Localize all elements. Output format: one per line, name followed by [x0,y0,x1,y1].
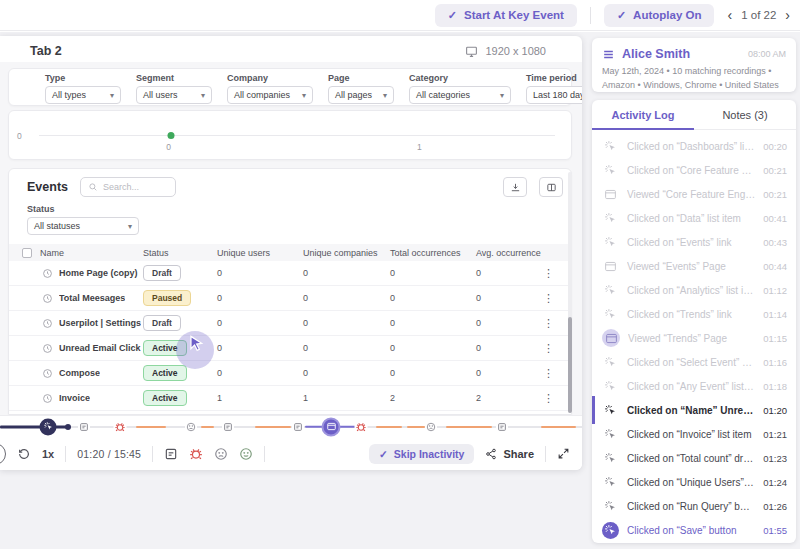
row-menu-icon[interactable]: ⋮ [541,267,556,279]
event-type-icon [42,393,53,404]
column-header: Total occurrences [390,248,476,258]
table-row[interactable]: Invoice Active 1 1 2 2 ⋮ [9,386,571,411]
activity-log-item[interactable]: Clicked on “Trends” link 01:14 [592,302,796,326]
activity-event-label: Clicked on “Select Event” dropdown [627,357,755,368]
table-row[interactable]: Unread Email Click Active 0 0 0 0 ⋮ [9,336,571,361]
activity-log-item[interactable]: Clicked on “Events” link 00:43 [592,230,796,254]
skip-inactivity-label: Skip Inactivity [394,448,465,460]
activity-log-item[interactable]: Clicked on “Select Event” dropdown 01:16 [592,350,796,374]
autoplay-toggle-button[interactable]: ✓ Autoplay On [604,4,715,27]
table-row[interactable]: Userpilot | Settings Draft 0 0 0 0 ⋮ [9,311,571,336]
status-filter: Status All statuses ▾ [9,197,571,235]
activity-event-label: Viewed “Trends” Page [628,333,755,344]
activity-log-item[interactable]: Clicked on “Any Event” list item 01:18 [592,374,796,398]
activity-log-item[interactable]: Clicked on “Total count” dropdown 01:23 [592,446,796,470]
sidebar-tabs: Activity Log Notes (3) [592,100,796,130]
filter-select[interactable]: All pages ▾ [328,86,394,104]
filter-select[interactable]: Last 180 days ▾ [526,86,582,104]
timeline-click-marker[interactable] [40,418,57,435]
replay-icon[interactable] [17,447,31,461]
tab-notes[interactable]: Notes (3) [694,100,796,129]
autoplay-label: Autoplay On [633,9,701,21]
session-list-icon[interactable] [602,48,615,61]
activity-log-item[interactable]: Clicked on “Analytics” list item 01:12 [592,278,796,302]
activity-log-item[interactable]: Viewed “Core Feature Engagment” 00:21 [592,182,796,206]
playback-time: 01:20 / 15:45 [77,448,141,460]
activity-log-item[interactable]: Clicked on “Core Feature Engagem... 00:2… [592,158,796,182]
activity-event-icon [602,258,619,275]
activity-event-time: 00:21 [763,189,787,200]
sad-face-icon[interactable] [214,447,228,461]
timeline-dot-marker[interactable] [65,424,71,430]
activity-log-item[interactable]: Clicked on “Run Query” button 01:26 [592,494,796,518]
unique-companies-value: 0 [303,318,390,328]
note-icon[interactable] [164,447,178,461]
activity-event-time: 00:41 [763,213,787,224]
activity-log-item[interactable]: Clicked on “Data” list item 00:41 [592,206,796,230]
row-menu-icon[interactable]: ⋮ [541,392,556,404]
timeline-current-page-marker[interactable] [322,417,341,436]
timeline-frustration-marker[interactable] [425,421,437,433]
playback-speed-button[interactable]: 1x [42,448,54,460]
timeline-note-marker[interactable] [78,421,90,433]
status-filter-select[interactable]: All statuses ▾ [27,217,139,235]
search-input[interactable] [103,182,163,192]
columns-button[interactable] [539,177,563,197]
timeline-note-marker[interactable] [292,421,304,433]
activity-log-item[interactable]: Clicked on “Save” button 01:55 [592,518,796,542]
activity-log-item[interactable]: Clicked on “Invoice” list item 01:21 [592,422,796,446]
row-menu-icon[interactable]: ⋮ [541,367,556,379]
filter-select[interactable]: All types ▾ [45,86,121,104]
activity-log-item[interactable]: Clicked on “Unique Users” list item 01:2… [592,470,796,494]
filter-label: Type [45,73,121,83]
row-menu-icon[interactable]: ⋮ [541,292,556,304]
chevron-down-icon: ▾ [383,91,387,100]
start-at-key-event-button[interactable]: ✓ Start At Key Event [435,4,577,27]
activity-log-item[interactable]: Clicked on “Dashboards” list item 00:20 [592,134,796,158]
filter-select[interactable]: All users ▾ [136,86,212,104]
tab-activity-log[interactable]: Activity Log [592,100,694,129]
play-pause-button[interactable] [0,443,6,465]
activity-event-time: 00:44 [763,261,787,272]
chevron-right-icon[interactable]: › [785,8,790,22]
activity-event-icon [602,402,619,419]
unique-users-value: 0 [217,368,303,378]
filter-select[interactable]: All companies ▾ [227,86,313,104]
filter-group: Segment All users ▾ [136,73,212,105]
activity-log-panel: Activity Log Notes (3) Clicked on “Dashb… [592,100,796,543]
top-toolbar: ✓ Start At Key Event ✓ Autoplay On ‹ 1 o… [0,0,800,31]
activity-log-item[interactable]: Viewed “Trends” Page 01:15 [592,326,796,350]
activity-log-item[interactable]: Clicked on “Name” Unread Email C... 01:2… [592,398,796,422]
status-badge: Draft [143,315,181,331]
export-button[interactable] [503,177,527,197]
activity-log-item[interactable]: Viewed “Events” Page 00:44 [592,254,796,278]
select-all-checkbox[interactable] [22,248,32,258]
expand-icon [557,447,570,460]
timeline-track[interactable] [0,416,582,437]
timeline-segment [201,426,214,428]
timeline-note-marker[interactable] [222,421,234,433]
fullscreen-button[interactable] [557,447,570,460]
status-badge: Active [143,390,187,406]
row-menu-icon[interactable]: ⋮ [541,317,556,329]
table-row[interactable]: Compose Active 0 0 0 0 ⋮ [9,361,571,386]
row-menu-icon[interactable]: ⋮ [541,342,556,354]
happy-face-icon[interactable] [239,447,253,461]
scrollbar-thumb[interactable] [568,317,572,413]
user-name[interactable]: Alice Smith [622,47,690,61]
chevron-left-icon[interactable]: ‹ [727,8,732,22]
timeline-error-marker[interactable] [355,420,368,433]
skip-inactivity-toggle[interactable]: ✓ Skip Inactivity [369,444,474,464]
events-search[interactable] [80,177,176,197]
timeline-error-marker[interactable] [114,420,127,433]
activity-event-label: Clicked on “Run Query” button [627,501,755,512]
timeline-neutral-face-marker[interactable] [185,421,197,433]
filter-select[interactable]: All categories ▾ [409,86,511,104]
table-row[interactable]: Home Page (copy) Draft 0 0 0 0 ⋮ [9,261,571,286]
bug-icon[interactable] [189,447,203,461]
timeline-note-marker[interactable] [496,421,508,433]
table-row[interactable]: Total Meesages Paused 0 0 0 0 ⋮ [9,286,571,311]
status-badge: Active [143,365,187,381]
chart-data-point[interactable] [167,132,174,139]
share-button[interactable]: Share [485,448,534,460]
